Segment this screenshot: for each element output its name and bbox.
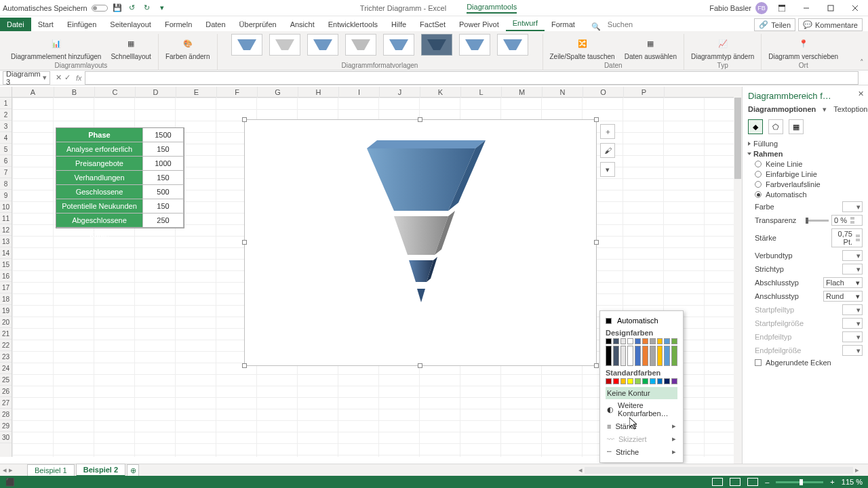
row-header[interactable]: 6 — [0, 155, 12, 167]
pane-effects-icon[interactable]: ⬠ — [768, 119, 783, 134]
color-swatch[interactable] — [627, 346, 633, 366]
switch-row-col-button[interactable]: 🔀Zeile/Spalte tauschen — [549, 34, 616, 62]
col-header[interactable]: D — [136, 87, 176, 98]
redo-icon[interactable]: ↻ — [142, 3, 153, 14]
chart-style-4[interactable] — [345, 34, 376, 56]
tab-factset[interactable]: FactSet — [413, 18, 452, 31]
color-swatch[interactable] — [664, 378, 670, 384]
row-header[interactable]: 7 — [0, 167, 12, 178]
row-header[interactable]: 19 — [0, 305, 12, 317]
page-layout-view-icon[interactable] — [730, 478, 741, 486]
table-row-value[interactable]: 500 — [143, 185, 184, 199]
tab-help[interactable]: Hilfe — [384, 18, 413, 31]
col-header[interactable]: K — [420, 87, 461, 98]
share-button[interactable]: 🔗Teilen — [754, 18, 795, 31]
ribbon-display-options-icon[interactable] — [772, 1, 792, 15]
name-box-dropdown-icon[interactable]: ▾ — [43, 73, 47, 82]
table-row-value[interactable]: 150 — [143, 142, 184, 157]
chart-style-6[interactable] — [421, 34, 452, 56]
join-type-select[interactable]: Rund▾ — [823, 291, 863, 302]
table-row-value[interactable]: 150 — [143, 171, 184, 185]
data-table[interactable]: Phase1500Analyse erforderlich150Preisang… — [56, 127, 184, 228]
zoom-slider[interactable] — [776, 481, 823, 483]
auto-color-item[interactable]: Automatisch — [617, 317, 658, 325]
row-header[interactable]: 1 — [0, 98, 12, 109]
border-color-picker[interactable]: ▾ — [842, 201, 863, 212]
col-header[interactable]: N — [542, 87, 583, 98]
tab-pagelayout[interactable]: Seitenlayout — [103, 18, 158, 31]
qat-customize-icon[interactable]: ▾ — [157, 3, 167, 14]
color-swatch[interactable] — [620, 378, 627, 384]
tab-start[interactable]: Start — [31, 18, 60, 31]
color-swatch[interactable] — [657, 338, 663, 344]
tab-design[interactable]: Entwurf — [506, 16, 545, 31]
col-header[interactable]: M — [502, 87, 542, 98]
row-header[interactable]: 22 — [0, 340, 12, 351]
color-swatch[interactable] — [657, 378, 663, 384]
col-header[interactable]: C — [95, 87, 136, 98]
pane-tab-textoptions[interactable]: Textoptionen — [833, 105, 868, 114]
chart-styles-button[interactable]: 🖌 — [600, 143, 615, 158]
table-row-label[interactable]: Verhandlungen — [56, 171, 143, 185]
table-row-label[interactable]: Analyse erforderlich — [56, 142, 143, 157]
add-sheet-button[interactable]: ⊕ — [127, 464, 139, 476]
vertical-scrollbar[interactable] — [734, 87, 742, 465]
resize-handle[interactable] — [594, 240, 599, 245]
row-header[interactable]: 14 — [0, 247, 12, 259]
col-header[interactable]: P — [624, 87, 665, 98]
color-swatch[interactable] — [642, 378, 648, 384]
standard-swatch-row[interactable] — [606, 378, 677, 384]
table-row-label[interactable]: Preisangebote — [56, 157, 143, 171]
col-header[interactable]: O — [583, 87, 624, 98]
account-avatar[interactable]: FB — [755, 2, 768, 14]
chart-filter-button[interactable]: ▾ — [600, 162, 615, 177]
tab-formulas[interactable]: Formeln — [158, 18, 199, 31]
col-header[interactable]: J — [380, 87, 420, 98]
pane-fill-line-icon[interactable]: ◆ — [748, 119, 763, 134]
tab-powerpivot[interactable]: Power Pivot — [452, 18, 506, 31]
change-colors-button[interactable]: 🎨Farben ändern — [164, 34, 212, 62]
transparency-input[interactable]: 0 % — [831, 215, 863, 226]
table-row-value[interactable]: 150 — [143, 199, 184, 214]
sheet-nav-arrows[interactable]: ◂ ▸ — [3, 466, 13, 474]
formula-input[interactable] — [85, 71, 859, 85]
normal-view-icon[interactable] — [712, 478, 723, 486]
zoom-out-icon[interactable]: – — [765, 478, 769, 486]
color-swatch[interactable] — [613, 378, 619, 384]
opt-rounded-corners[interactable]: Abgerundete Ecken — [755, 359, 863, 367]
theme-tints[interactable] — [606, 346, 677, 366]
chart-object[interactable]: ＋ 🖌 ▾ — [244, 119, 597, 366]
row-header[interactable]: 4 — [0, 132, 12, 144]
worksheet[interactable]: ABCDEFGHIJKLMNOP 12345678910111213141516… — [0, 87, 742, 465]
comments-button[interactable]: 💬Kommentare — [798, 18, 863, 31]
resize-handle[interactable] — [594, 363, 599, 368]
color-swatch[interactable] — [664, 346, 670, 366]
chart-style-8[interactable] — [497, 34, 528, 56]
cancel-edit-icon[interactable]: ✕ — [56, 73, 62, 82]
tab-file[interactable]: Datei — [0, 18, 31, 31]
row-header[interactable]: 9 — [0, 190, 12, 201]
color-swatch[interactable] — [671, 346, 677, 366]
tab-review[interactable]: Überprüfen — [233, 18, 283, 31]
row-header[interactable]: 26 — [0, 386, 12, 397]
theme-swatch-row[interactable] — [606, 338, 677, 344]
window-minimize-icon[interactable] — [796, 1, 816, 15]
color-swatch[interactable] — [613, 338, 619, 344]
move-chart-button[interactable]: 📍Diagramm verschieben — [767, 34, 840, 62]
account-name[interactable]: Fabio Basler — [709, 4, 751, 12]
color-swatch[interactable] — [627, 378, 633, 384]
color-swatch[interactable] — [620, 338, 627, 344]
row-header[interactable]: 17 — [0, 282, 12, 293]
pane-tab-chartoptions[interactable]: Diagrammoptionen — [748, 105, 816, 114]
resize-handle[interactable] — [418, 117, 422, 122]
autosave-switch-icon[interactable] — [92, 5, 108, 12]
color-swatch[interactable] — [606, 346, 612, 366]
more-colors-item[interactable]: ◐Weitere Konturfarben… — [606, 399, 677, 420]
dash-type-picker[interactable]: ▾ — [842, 264, 863, 274]
row-header[interactable]: 18 — [0, 293, 12, 305]
outline-weight-item[interactable]: ≡Stärke▸ — [606, 420, 677, 432]
tab-data[interactable]: Daten — [199, 18, 232, 31]
fx-label-icon[interactable]: fx — [73, 74, 85, 82]
confirm-edit-icon[interactable]: ✓ — [64, 73, 71, 82]
color-swatch[interactable] — [627, 338, 633, 344]
